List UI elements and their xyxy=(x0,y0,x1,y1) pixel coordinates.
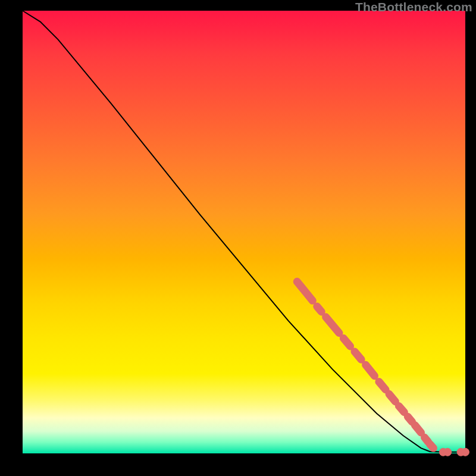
marker-dot xyxy=(462,448,469,456)
marker-segment xyxy=(326,317,339,333)
marker-segment xyxy=(389,394,395,402)
marker-segment xyxy=(408,416,412,422)
chart-svg xyxy=(23,11,465,453)
chart-canvas: TheBottleneck.com xyxy=(0,0,476,476)
marker-segment xyxy=(366,365,375,376)
marker-dot xyxy=(444,448,452,456)
marker-segment xyxy=(399,406,404,412)
marker-segment xyxy=(343,339,350,346)
marker-segment xyxy=(297,281,312,300)
marker-segment xyxy=(379,381,386,389)
marker-segment xyxy=(430,444,433,448)
marker-segment xyxy=(317,306,321,312)
marker-segment xyxy=(355,352,361,359)
bottleneck-curve xyxy=(23,11,465,452)
marker-group xyxy=(297,281,469,456)
marker-segment xyxy=(415,425,421,433)
